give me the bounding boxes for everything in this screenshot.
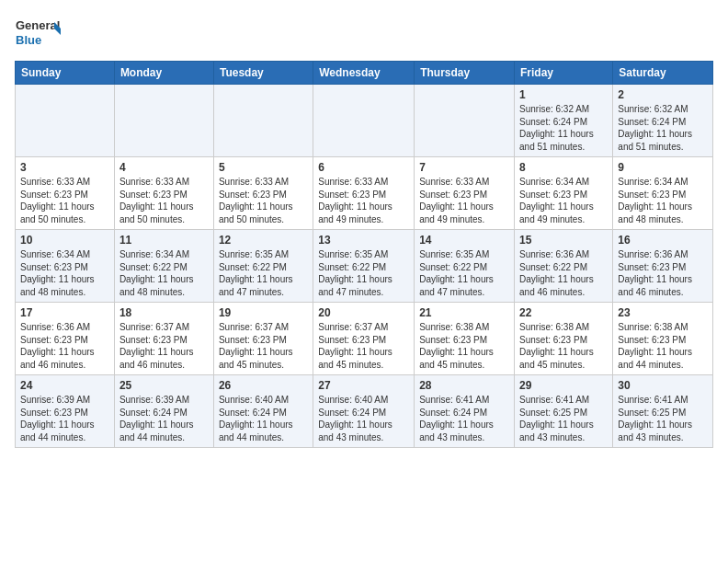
day-info: Sunrise: 6:33 AM Sunset: 6:23 PM Dayligh… [318,176,409,225]
header-monday: Monday [114,62,213,85]
calendar-cell-w4-d6: 22Sunrise: 6:38 AM Sunset: 6:23 PM Dayli… [515,303,613,375]
calendar-cell-w4-d1: 17Sunrise: 6:36 AM Sunset: 6:23 PM Dayli… [16,303,115,375]
day-number: 7 [419,161,509,174]
header-saturday: Saturday [613,62,713,85]
day-number: 30 [618,379,708,392]
day-number: 29 [519,379,608,392]
day-info: Sunrise: 6:34 AM Sunset: 6:23 PM Dayligh… [618,176,708,225]
day-info: Sunrise: 6:39 AM Sunset: 6:24 PM Dayligh… [119,394,209,443]
day-info: Sunrise: 6:35 AM Sunset: 6:22 PM Dayligh… [419,248,509,298]
day-info: Sunrise: 6:34 AM Sunset: 6:23 PM Dayligh… [20,248,109,298]
day-number: 21 [419,306,509,319]
day-number: 19 [219,306,308,319]
calendar-cell-w5-d4: 27Sunrise: 6:40 AM Sunset: 6:24 PM Dayli… [313,375,415,448]
day-info: Sunrise: 6:40 AM Sunset: 6:24 PM Dayligh… [318,394,409,443]
day-info: Sunrise: 6:37 AM Sunset: 6:23 PM Dayligh… [219,321,308,371]
calendar-cell-w5-d6: 29Sunrise: 6:41 AM Sunset: 6:25 PM Dayli… [515,375,613,448]
day-info: Sunrise: 6:33 AM Sunset: 6:23 PM Dayligh… [419,176,509,225]
day-info: Sunrise: 6:41 AM Sunset: 6:25 PM Dayligh… [618,394,708,443]
header-thursday: Thursday [415,62,515,85]
calendar-cell-w4-d4: 20Sunrise: 6:37 AM Sunset: 6:23 PM Dayli… [313,303,415,375]
day-info: Sunrise: 6:36 AM Sunset: 6:23 PM Dayligh… [618,248,708,298]
calendar-cell-w2-d1: 3Sunrise: 6:33 AM Sunset: 6:23 PM Daylig… [16,157,115,230]
calendar-cell-w1-d5 [415,85,515,157]
calendar-cell-w2-d4: 6Sunrise: 6:33 AM Sunset: 6:23 PM Daylig… [313,157,415,230]
calendar-cell-w2-d2: 4Sunrise: 6:33 AM Sunset: 6:23 PM Daylig… [114,157,213,230]
day-info: Sunrise: 6:32 AM Sunset: 6:24 PM Dayligh… [519,103,608,153]
day-number: 23 [618,306,708,319]
logo: General Blue [15,13,61,53]
calendar-cell-w2-d3: 5Sunrise: 6:33 AM Sunset: 6:23 PM Daylig… [213,157,313,230]
day-number: 28 [419,379,509,392]
day-info: Sunrise: 6:32 AM Sunset: 6:24 PM Dayligh… [618,103,708,153]
day-number: 16 [618,234,708,247]
day-info: Sunrise: 6:36 AM Sunset: 6:23 PM Dayligh… [20,321,109,371]
calendar-cell-w3-d4: 13Sunrise: 6:35 AM Sunset: 6:22 PM Dayli… [313,230,415,303]
day-number: 20 [318,306,409,319]
header-sunday: Sunday [16,62,115,85]
week-row-3: 10Sunrise: 6:34 AM Sunset: 6:23 PM Dayli… [16,230,713,303]
calendar-cell-w1-d6: 1Sunrise: 6:32 AM Sunset: 6:24 PM Daylig… [515,85,613,157]
day-number: 1 [519,88,608,101]
calendar-cell-w3-d7: 16Sunrise: 6:36 AM Sunset: 6:23 PM Dayli… [613,230,713,303]
day-info: Sunrise: 6:36 AM Sunset: 6:22 PM Dayligh… [519,248,608,298]
day-info: Sunrise: 6:35 AM Sunset: 6:22 PM Dayligh… [219,248,308,298]
calendar-cell-w5-d2: 25Sunrise: 6:39 AM Sunset: 6:24 PM Dayli… [114,375,213,448]
svg-text:General: General [16,18,60,32]
day-number: 10 [20,234,109,247]
day-info: Sunrise: 6:39 AM Sunset: 6:23 PM Dayligh… [20,394,109,443]
day-info: Sunrise: 6:34 AM Sunset: 6:22 PM Dayligh… [119,248,209,298]
calendar-cell-w4-d7: 23Sunrise: 6:38 AM Sunset: 6:23 PM Dayli… [613,303,713,375]
day-number: 12 [219,234,308,247]
day-info: Sunrise: 6:37 AM Sunset: 6:23 PM Dayligh… [318,321,409,371]
day-number: 15 [519,234,608,247]
day-info: Sunrise: 6:37 AM Sunset: 6:23 PM Dayligh… [119,321,209,371]
day-number: 2 [618,88,708,101]
logo-svg: General Blue [15,13,61,53]
day-number: 5 [219,161,308,174]
day-info: Sunrise: 6:33 AM Sunset: 6:23 PM Dayligh… [219,176,308,225]
header-tuesday: Tuesday [213,62,313,85]
svg-text:Blue: Blue [16,33,41,47]
calendar-cell-w3-d2: 11Sunrise: 6:34 AM Sunset: 6:22 PM Dayli… [114,230,213,303]
day-number: 27 [318,379,409,392]
header-friday: Friday [515,62,613,85]
calendar-cell-w1-d4 [313,85,415,157]
header: General Blue [15,9,713,53]
week-row-2: 3Sunrise: 6:33 AM Sunset: 6:23 PM Daylig… [16,157,713,230]
calendar-cell-w3-d6: 15Sunrise: 6:36 AM Sunset: 6:22 PM Dayli… [515,230,613,303]
day-number: 22 [519,306,608,319]
day-number: 9 [618,161,708,174]
day-info: Sunrise: 6:33 AM Sunset: 6:23 PM Dayligh… [119,176,209,225]
day-number: 24 [20,379,109,392]
calendar-cell-w1-d1 [16,85,115,157]
day-number: 4 [119,161,209,174]
calendar-cell-w5-d5: 28Sunrise: 6:41 AM Sunset: 6:24 PM Dayli… [415,375,515,448]
day-number: 11 [119,234,209,247]
calendar-cell-w1-d2 [114,85,213,157]
calendar-table: SundayMondayTuesdayWednesdayThursdayFrid… [15,61,713,448]
calendar-cell-w2-d7: 9Sunrise: 6:34 AM Sunset: 6:23 PM Daylig… [613,157,713,230]
day-info: Sunrise: 6:40 AM Sunset: 6:24 PM Dayligh… [219,394,308,443]
day-number: 6 [318,161,409,174]
calendar-cell-w4-d2: 18Sunrise: 6:37 AM Sunset: 6:23 PM Dayli… [114,303,213,375]
calendar-cell-w3-d5: 14Sunrise: 6:35 AM Sunset: 6:22 PM Dayli… [415,230,515,303]
day-number: 25 [119,379,209,392]
day-info: Sunrise: 6:38 AM Sunset: 6:23 PM Dayligh… [618,321,708,371]
calendar-cell-w3-d3: 12Sunrise: 6:35 AM Sunset: 6:22 PM Dayli… [213,230,313,303]
day-info: Sunrise: 6:38 AM Sunset: 6:23 PM Dayligh… [419,321,509,371]
header-wednesday: Wednesday [313,62,415,85]
day-number: 8 [519,161,608,174]
week-row-5: 24Sunrise: 6:39 AM Sunset: 6:23 PM Dayli… [16,375,713,448]
day-info: Sunrise: 6:35 AM Sunset: 6:22 PM Dayligh… [318,248,409,298]
calendar-cell-w2-d6: 8Sunrise: 6:34 AM Sunset: 6:23 PM Daylig… [515,157,613,230]
calendar-cell-w5-d7: 30Sunrise: 6:41 AM Sunset: 6:25 PM Dayli… [613,375,713,448]
calendar-cell-w5-d1: 24Sunrise: 6:39 AM Sunset: 6:23 PM Dayli… [16,375,115,448]
page: General Blue SundayMondayTuesdayWednesda… [0,0,728,463]
day-number: 3 [20,161,109,174]
day-number: 14 [419,234,509,247]
calendar-cell-w5-d3: 26Sunrise: 6:40 AM Sunset: 6:24 PM Dayli… [213,375,313,448]
week-row-1: 1Sunrise: 6:32 AM Sunset: 6:24 PM Daylig… [16,85,713,157]
calendar-header-row: SundayMondayTuesdayWednesdayThursdayFrid… [16,62,713,85]
calendar-cell-w4-d3: 19Sunrise: 6:37 AM Sunset: 6:23 PM Dayli… [213,303,313,375]
